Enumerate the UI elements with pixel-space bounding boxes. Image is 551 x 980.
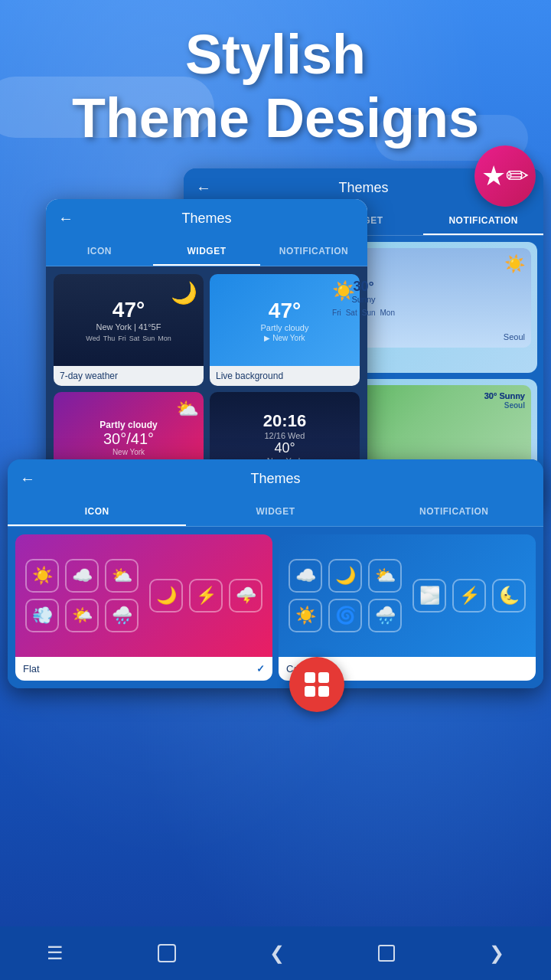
fog-icon-cartoon: 🌫️ <box>412 579 446 612</box>
flat-label: Flat <box>23 663 40 675</box>
cloud-icon-flat: ☁️ <box>65 559 99 593</box>
grid-dot-4 <box>318 686 329 697</box>
star-icon: ★✏ <box>481 160 529 192</box>
panel-mid-tabs: ICON WIDGET NOTIFICATION <box>46 238 367 266</box>
nav-forward-icon[interactable]: ❯ <box>481 935 512 972</box>
hero-section: Stylish Theme Designs <box>0 23 551 150</box>
panel-mid-title: Themes <box>83 211 331 227</box>
panel-front-header: ← Themes <box>8 459 543 498</box>
panel-front-title: Themes <box>44 471 507 487</box>
panel-mid-header: ← Themes <box>46 199 367 238</box>
cartoon-preview: ☁️ 🌙 ⛅ ☀️ 🌀 🌧️ 🌫️ ⚡ 🌜 <box>279 534 536 657</box>
moon-icon-cartoon: 🌙 <box>328 559 362 593</box>
icon-card-flat[interactable]: ☀️ ☁️ ⛅ 💨 🌤️ 🌧️ 🌙 ⚡ 🌩️ <box>15 534 272 681</box>
lightning2-icon-cartoon: ⚡ <box>452 579 486 612</box>
sun2-icon-flat: 🌤️ <box>65 599 99 632</box>
panel-icon: ← Themes ICON WIDGET NOTIFICATION ☀️ ☁️ … <box>8 459 543 688</box>
flat-preview: ☀️ ☁️ ⛅ 💨 🌤️ 🌧️ 🌙 ⚡ 🌩️ <box>15 534 272 657</box>
widget-7day-label: 7-day weather <box>54 366 204 386</box>
cloud2-icon-flat: 🌩️ <box>229 579 262 612</box>
nav-menu-icon[interactable]: ☰ <box>39 935 71 972</box>
featured-badge-button[interactable]: ★✏ <box>474 145 536 207</box>
grid-dot-3 <box>305 686 315 697</box>
grid-dot-2 <box>318 672 329 683</box>
sun-icon-flat: ☀️ <box>25 559 59 593</box>
cloud1-icon-cartoon: ☁️ <box>289 559 322 593</box>
moon-icon-flat: 🌙 <box>149 579 183 612</box>
hero-title: Stylish Theme Designs <box>0 23 551 150</box>
flat-footer: Flat ✓ <box>15 657 272 681</box>
tab-widget-front[interactable]: WIDGET <box>186 498 364 526</box>
rain2-icon-cartoon: 🌧️ <box>368 599 402 632</box>
panel-back-title: Themes <box>220 180 507 196</box>
back-arrow-mid-icon[interactable]: ← <box>58 210 73 227</box>
tab-icon-mid[interactable]: ICON <box>46 238 153 266</box>
rain-icon-flat: 🌧️ <box>105 599 139 632</box>
widget-card-7day[interactable]: 47° New York | 41°5F WedThuFriSatSunMon … <box>54 274 204 386</box>
night-icon-cartoon: 🌜 <box>492 579 526 612</box>
partly-icon-cartoon: ⛅ <box>368 559 402 593</box>
widget-live-label: Live background <box>210 366 360 386</box>
nav-back-icon[interactable]: ❮ <box>262 935 292 972</box>
grid-icon <box>305 672 329 697</box>
back-arrow-icon[interactable]: ← <box>196 179 211 197</box>
nav-square-icon <box>158 944 176 962</box>
widget-7day-preview: 47° New York | 41°5F WedThuFriSatSunMon … <box>54 274 204 366</box>
wind-icon-flat: 💨 <box>25 599 59 632</box>
icon-grid: ☀️ ☁️ ⛅ 💨 🌤️ 🌧️ 🌙 ⚡ 🌩️ <box>8 527 543 688</box>
bottom-navigation: ☰ ❮ ❯ <box>0 926 551 980</box>
lightning-icon-flat: ⚡ <box>189 579 223 612</box>
back-arrow-front-icon[interactable]: ← <box>20 470 35 488</box>
nav-home-icon[interactable] <box>150 936 184 970</box>
grid-dot-1 <box>305 672 315 683</box>
tab-notification-front[interactable]: NOTIFICATION <box>365 498 543 526</box>
panel-front-tabs: ICON WIDGET NOTIFICATION <box>8 498 543 527</box>
tab-widget-mid[interactable]: WIDGET <box>153 238 260 266</box>
flat-check-icon: ✓ <box>256 663 265 675</box>
tab-icon-front[interactable]: ICON <box>8 498 186 526</box>
sun-icon-cartoon: ☀️ <box>289 599 322 632</box>
tab-notification-mid[interactable]: NOTIFICATION <box>260 238 367 266</box>
nav-recents-icon[interactable] <box>370 937 403 969</box>
grid-fab-button[interactable] <box>289 657 344 712</box>
partly-cloud-icon-flat: ⛅ <box>105 559 139 593</box>
gear-icon-cartoon: 🌀 <box>328 599 362 632</box>
tab-notification-back[interactable]: NOTIFICATION <box>423 207 543 235</box>
